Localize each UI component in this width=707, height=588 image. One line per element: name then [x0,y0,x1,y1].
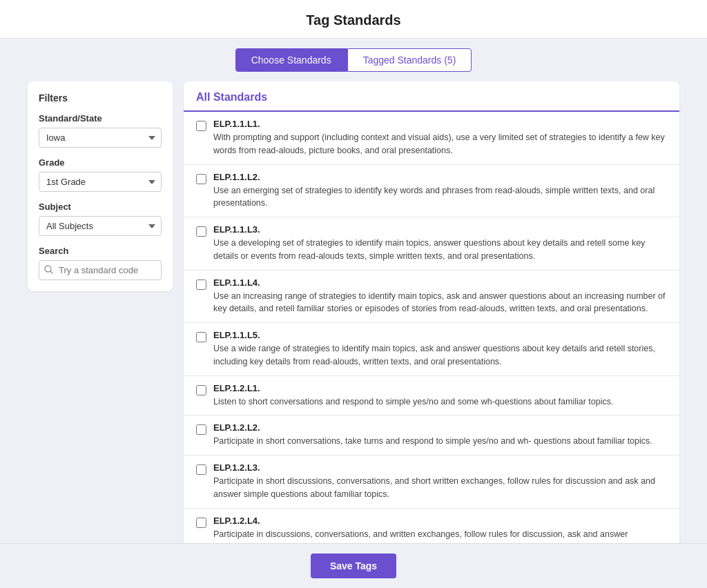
table-row: ELP.1.1.L3.Use a developing set of strat… [184,217,679,271]
standard-checkbox[interactable] [196,280,206,290]
standard-content: ELP.1.2.L2.Participate in short conversa… [213,422,667,448]
footer: Save Tags [0,543,707,588]
table-row: ELP.1.1.L4.Use an increasing range of st… [184,271,679,324]
page-title: Tag Standards [306,12,400,28]
subject-select[interactable]: All Subjects Math Science English Social… [39,216,162,236]
standard-content: ELP.1.1.L2.Use an emerging set of strate… [213,172,667,210]
search-wrapper [39,260,162,280]
standard-content: ELP.1.1.L3.Use a developing set of strat… [213,224,667,263]
sidebar: Filters Standard/State Iowa Common Core … [28,81,173,291]
standard-state-select[interactable]: Iowa Common Core Texas California [39,128,162,148]
tabs-bar: Choose Standards Tagged Standards (5) [0,39,707,79]
table-row: ELP.1.2.L1.Listen to short conversations… [184,376,679,416]
save-tags-button[interactable]: Save Tags [311,553,396,578]
standard-content: ELP.1.1.L4.Use an increasing range of st… [213,277,667,316]
standard-code: ELP.1.1.L5. [213,330,667,340]
table-row: ELP.1.2.L3.Participate in short discussi… [184,455,679,509]
main-layout: Filters Standard/State Iowa Common Core … [0,81,707,588]
search-input[interactable] [39,260,162,280]
svg-line-1 [50,271,52,273]
standard-checkbox[interactable] [196,385,206,395]
standard-checkbox[interactable] [196,424,206,435]
standard-content: ELP.1.1.L1.With prompting and support (i… [213,119,667,157]
standard-description: Listen to short conversations and respon… [213,395,667,409]
standard-code: ELP.1.1.L4. [213,277,667,288]
standard-description: Use an emerging set of strategies to ide… [213,184,667,210]
search-label: Search [39,246,162,256]
standard-description: Participate in short discussions, conver… [213,475,667,501]
standard-checkbox[interactable] [196,464,206,475]
standard-content: ELP.1.2.L3.Participate in short discussi… [213,462,667,501]
standard-code: ELP.1.2.L1. [213,383,667,393]
standard-code: ELP.1.2.L4. [213,516,667,526]
standard-checkbox[interactable] [196,174,206,184]
standard-description: Use a wide range of strategies to identi… [213,342,667,369]
standard-code: ELP.1.1.L2. [213,172,667,182]
standard-checkbox[interactable] [196,226,206,237]
standard-description: Participate in short conversations, take… [213,435,667,448]
table-row: ELP.1.1.L2.Use an emerging set of strate… [184,165,679,218]
table-row: ELP.1.2.L2.Participate in short conversa… [184,415,679,455]
standard-code: ELP.1.1.L1. [213,119,667,129]
grade-label: Grade [39,157,162,168]
content-header: All Standards [184,81,679,112]
standard-code: ELP.1.2.L3. [213,462,667,473]
standard-code: ELP.1.2.L2. [213,422,667,433]
standard-checkbox[interactable] [196,121,206,131]
standard-content: ELP.1.2.L1.Listen to short conversations… [213,383,667,409]
standard-checkbox[interactable] [196,332,206,342]
standard-code: ELP.1.1.L3. [213,224,667,235]
tab-tagged-standards[interactable]: Tagged Standards (5) [347,48,472,72]
standard-state-label: Standard/State [39,113,162,124]
page-header: Tag Standards [0,0,707,39]
all-standards-title: All Standards [196,91,267,110]
subject-label: Subject [39,202,162,212]
standard-description: With prompting and support (including co… [213,131,667,157]
standards-list: ELP.1.1.L1.With prompting and support (i… [184,112,679,588]
search-icon [44,265,53,276]
standard-checkbox[interactable] [196,518,206,528]
content-area: All Standards ELP.1.1.L1.With prompting … [184,81,679,588]
tab-choose-standards[interactable]: Choose Standards [235,48,347,72]
table-row: ELP.1.1.L5.Use a wide range of strategie… [184,323,679,376]
standard-description: Use an increasing range of strategies to… [213,290,667,316]
sidebar-title: Filters [39,92,162,104]
standard-content: ELP.1.1.L5.Use a wide range of strategie… [213,330,667,369]
standard-description: Use a developing set of strategies to id… [213,237,667,263]
table-row: ELP.1.1.L1.With prompting and support (i… [184,112,679,165]
grade-select[interactable]: Kindergarten 1st Grade 2nd Grade 3rd Gra… [39,172,162,192]
